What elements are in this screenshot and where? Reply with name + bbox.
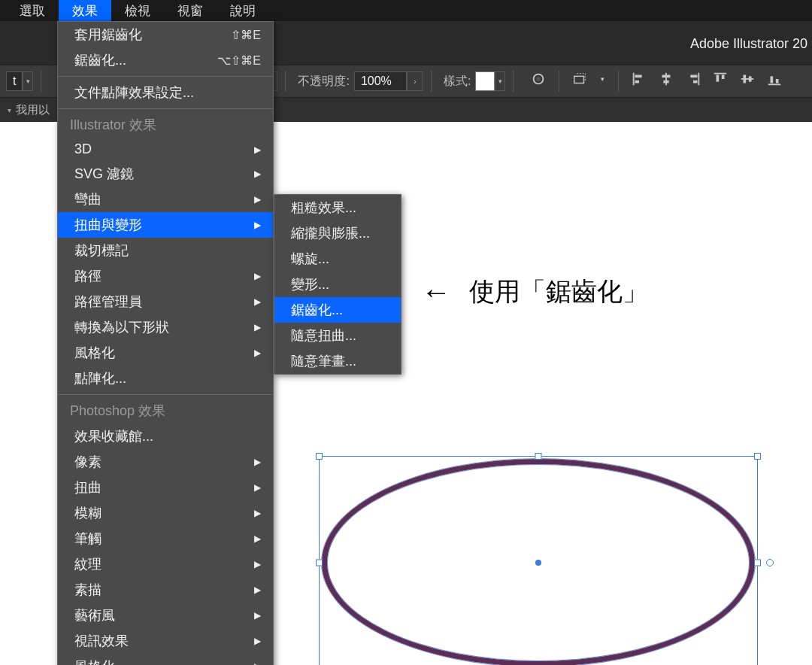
annotation-label: ← 使用「鋸齒化」 (421, 275, 648, 309)
opacity-step-icon[interactable]: › (407, 71, 423, 91)
distort-item-1[interactable]: 縮攏與膨脹... (274, 220, 401, 246)
submenu-arrow-icon: ▶ (254, 220, 261, 230)
recolor-icon[interactable] (530, 71, 547, 87)
svg-rect-20 (776, 79, 779, 84)
svg-rect-17 (749, 76, 752, 81)
group-illustrator-effects: Illustrator 效果 (58, 112, 273, 138)
menu-window[interactable]: 視窗 (164, 0, 217, 23)
distort-item-4[interactable]: 鋸齒化... (274, 297, 401, 323)
annotation-text: 使用「鋸齒化」 (469, 275, 648, 309)
illustrator-effect-item-4[interactable]: 裁切標記 (58, 238, 273, 263)
main-menubar: 選取 效果 檢視 視窗 說明 (0, 0, 812, 21)
resize-handle-tl[interactable] (316, 453, 323, 460)
menu-help[interactable]: 說明 (217, 0, 269, 23)
distort-item-5[interactable]: 隨意扭曲... (274, 323, 401, 348)
illustrator-effect-item-9[interactable]: 點陣化... (58, 366, 273, 391)
svg-rect-8 (664, 80, 669, 84)
submenu-arrow-icon: ▶ (254, 194, 261, 205)
submenu-arrow-icon: ▶ (254, 559, 261, 569)
illustrator-effect-item-8[interactable]: 風格化▶ (58, 340, 273, 366)
photoshop-effect-item-5[interactable]: 紋理▶ (58, 551, 273, 577)
menu-effect[interactable]: 效果 (59, 0, 111, 23)
resize-handle-rc[interactable] (754, 560, 761, 566)
app-title: Adobe Illustrator 20 (690, 36, 812, 52)
submenu-arrow-icon: ▶ (254, 457, 261, 467)
submenu-arrow-icon: ▶ (254, 508, 261, 518)
photoshop-effect-item-6[interactable]: 素描▶ (58, 577, 273, 603)
svg-rect-10 (691, 75, 698, 78)
opacity-field[interactable]: 100% (354, 71, 407, 91)
illustrator-effect-item-0[interactable]: 3D▶ (58, 138, 273, 161)
photoshop-effect-item-9[interactable]: 風格化▶ (58, 654, 273, 665)
distort-item-0[interactable]: 粗糙效果... (274, 195, 401, 220)
photoshop-effect-item-8[interactable]: 視訊效果▶ (58, 628, 273, 654)
selected-ellipse-object[interactable] (322, 459, 755, 665)
svg-rect-13 (717, 75, 720, 82)
submenu-arrow-icon: ▶ (254, 585, 261, 595)
align-right-icon[interactable] (685, 71, 701, 87)
svg-rect-5 (635, 80, 640, 84)
illustrator-effect-item-1[interactable]: SVG 濾鏡▶ (58, 161, 273, 187)
photoshop-effect-item-4[interactable]: 筆觸▶ (58, 526, 273, 551)
menu-apply-zigzag[interactable]: 套用鋸齒化 ⇧⌘E (58, 22, 273, 47)
transform-dd-icon[interactable]: ▾ (598, 71, 606, 87)
menu-view[interactable]: 檢視 (111, 0, 164, 23)
photoshop-effect-item-2[interactable]: 扭曲▶ (58, 475, 273, 500)
photoshop-effect-item-0[interactable]: 效果收藏館... (58, 424, 273, 449)
resize-handle-lc[interactable] (316, 560, 323, 566)
resize-handle-tr[interactable] (754, 453, 761, 460)
resize-handle-tc[interactable] (535, 453, 542, 460)
submenu-arrow-icon: ▶ (254, 169, 261, 179)
opacity-label: 不透明度: (298, 74, 349, 90)
submenu-arrow-icon: ▶ (254, 636, 261, 646)
font-dropdown-icon[interactable]: ▾ (23, 71, 33, 91)
font-field-stub[interactable]: t (6, 71, 23, 91)
photoshop-effect-item-7[interactable]: 藝術風▶ (58, 603, 273, 628)
illustrator-effect-item-7[interactable]: 轉換為以下形狀▶ (58, 314, 273, 340)
submenu-arrow-icon: ▶ (254, 610, 261, 621)
illustrator-effect-item-2[interactable]: 彎曲▶ (58, 187, 273, 212)
group-photoshop-effects: Photoshop 效果 (58, 398, 273, 424)
arrow-left-icon: ← (421, 275, 448, 309)
effects-dropdown: 套用鋸齒化 ⇧⌘E 鋸齒化... ⌥⇧⌘E 文件點陣效果設定... Illust… (57, 21, 274, 665)
align-left-icon[interactable] (631, 71, 647, 87)
submenu-arrow-icon: ▶ (254, 322, 261, 332)
submenu-arrow-icon: ▶ (254, 271, 261, 281)
svg-rect-16 (744, 75, 747, 84)
align-hcenter-icon[interactable] (658, 71, 674, 87)
distort-item-6[interactable]: 隨意筆畫... (274, 348, 401, 374)
svg-rect-7 (662, 75, 671, 78)
center-point-icon (535, 560, 541, 566)
style-label: 樣式: (444, 74, 471, 90)
photoshop-effect-item-3[interactable]: 模糊▶ (58, 500, 273, 526)
menu-doc-raster-settings[interactable]: 文件點陣效果設定... (58, 80, 273, 105)
submenu-arrow-icon: ▶ (254, 661, 261, 665)
illustrator-effect-item-5[interactable]: 路徑▶ (58, 263, 273, 289)
distort-submenu: 粗糙效果...縮攏與膨脹...螺旋...變形...鋸齒化...隨意扭曲...隨意… (274, 194, 401, 375)
menu-select[interactable]: 選取 (6, 0, 59, 23)
distort-item-2[interactable]: 螺旋... (274, 246, 401, 272)
align-top-icon[interactable] (712, 71, 729, 87)
style-swatch[interactable] (475, 71, 495, 91)
submenu-arrow-icon: ▶ (254, 296, 261, 307)
svg-point-1 (537, 77, 541, 81)
sub-bar-item[interactable]: 我用以 (16, 103, 50, 117)
distort-item-3[interactable]: 變形... (274, 272, 401, 297)
align-vcenter-icon[interactable] (739, 71, 756, 87)
svg-rect-11 (693, 80, 698, 84)
photoshop-effect-item-1[interactable]: 像素▶ (58, 449, 273, 475)
menu-zigzag-reapply[interactable]: 鋸齒化... ⌥⇧⌘E (58, 47, 273, 73)
submenu-arrow-icon: ▶ (254, 348, 261, 358)
svg-rect-19 (771, 76, 774, 83)
rotate-handle[interactable] (766, 559, 774, 566)
svg-rect-4 (635, 75, 642, 78)
illustrator-effect-item-3[interactable]: 扭曲與變形▶ (58, 212, 273, 238)
transform-icon[interactable] (571, 71, 588, 87)
align-bottom-icon[interactable] (766, 71, 783, 87)
chevron-down-icon[interactable]: ▾ (8, 106, 11, 114)
style-dropdown-icon[interactable]: ▾ (495, 71, 505, 91)
submenu-arrow-icon: ▶ (254, 482, 261, 493)
svg-rect-14 (722, 75, 725, 80)
illustrator-effect-item-6[interactable]: 路徑管理員▶ (58, 289, 273, 314)
submenu-arrow-icon: ▶ (254, 533, 261, 544)
